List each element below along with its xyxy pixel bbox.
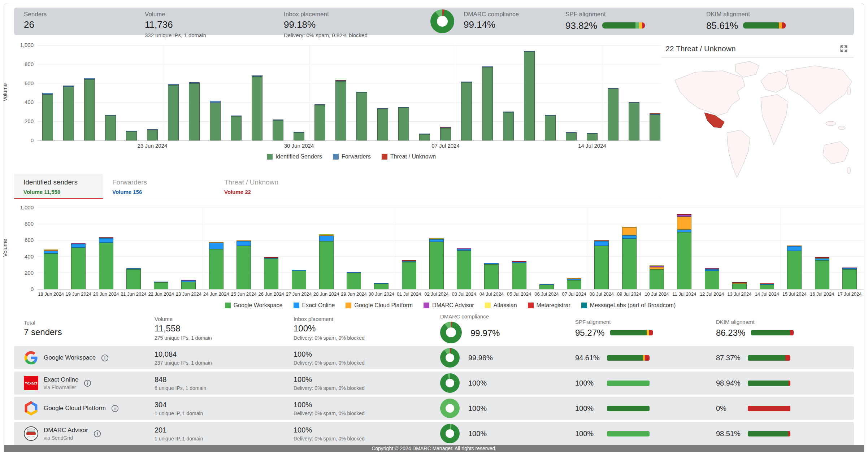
- row-dmarc-donut: [440, 348, 460, 368]
- table-row[interactable]: Google Workspace 10,084 237 unique IPs, …: [14, 346, 854, 369]
- tab-forwarders[interactable]: Forwarders Volume 156: [103, 174, 192, 199]
- legend-swatch-icon: [346, 303, 351, 308]
- stacked-bar: [99, 237, 113, 289]
- map-south-america: [727, 130, 750, 178]
- y-axis-tick: 800: [8, 221, 34, 227]
- stacked-bar: [842, 268, 857, 289]
- stacked-bar: [677, 214, 691, 289]
- dmarc-advisor-logo-icon: [24, 426, 38, 441]
- header-inbox-value: 100%: [294, 323, 440, 334]
- stacked-bar: [294, 132, 304, 140]
- stacked-bar: [484, 263, 499, 289]
- map-mexico-highlight: [704, 113, 724, 128]
- stat-inbox-value: 99.18%: [284, 19, 430, 30]
- sender-name: Google Cloud Platform: [44, 405, 106, 412]
- stacked-bar: [147, 129, 158, 140]
- stacked-bar: [44, 249, 58, 289]
- row-volume: 848: [155, 375, 294, 384]
- x-axis-tick: 30 Jun 2024: [277, 143, 321, 149]
- stacked-bar: [63, 86, 74, 140]
- table-row[interactable]: Google Cloud Platform 304 1 unique IP, 1…: [14, 397, 854, 420]
- row-inbox-sub: Delivery: 0% spam, 0% blocked: [294, 360, 440, 366]
- stat-dkim-bar: [743, 22, 786, 29]
- map-philippines: [838, 126, 845, 130]
- sender-name: Exact Online: [44, 376, 78, 383]
- table-row[interactable]: DMARC Advisor via SendGrid 201 1 unique …: [14, 422, 854, 445]
- stacked-bar: [236, 240, 251, 289]
- stacked-bar: [347, 272, 361, 289]
- table-header-row: Total 7 senders Volume 11,558 275 unique…: [14, 313, 854, 343]
- tab-identified-senders[interactable]: Identified senders Volume 11,558: [14, 174, 103, 199]
- tab-threat-unknown[interactable]: Threat / Unknown Volume 22: [215, 174, 304, 199]
- table-row[interactable]: ≡exact Exact Online via Flowmailer 848 6…: [14, 371, 854, 395]
- row-dkim-bar: [748, 431, 790, 436]
- google-workspace-logo-icon: [24, 351, 38, 365]
- legend-swatch-icon: [485, 303, 491, 308]
- volume-overview-chart: 02004006008001,000Volume23 Jun 202430 Ju…: [37, 45, 665, 160]
- row-volume: 304: [155, 401, 294, 409]
- row-dmarc-value: 100%: [468, 404, 494, 413]
- stat-dkim-alignment: DKIM alignment 85.61%: [706, 8, 854, 35]
- row-inbox-sub: Delivery: 0% spam, 0% blocked: [294, 436, 440, 442]
- senders-table: Total 7 senders Volume 11,558 275 unique…: [14, 313, 854, 447]
- exact-online-logo-icon: ≡exact: [24, 376, 38, 390]
- y-axis-tick: 200: [8, 118, 34, 124]
- info-icon[interactable]: [101, 354, 109, 362]
- threat-unknown-panel: 22 Threat / Unknown: [661, 41, 854, 194]
- stacked-bar: [154, 282, 168, 289]
- row-volume-sub: 1 unique IP, 1 domain: [155, 410, 294, 416]
- info-icon[interactable]: [84, 379, 91, 387]
- stacked-bar: [335, 80, 346, 140]
- y-axis-tick: 400: [8, 253, 34, 260]
- stat-senders: Senders 26: [14, 8, 145, 35]
- stacked-bar: [512, 261, 526, 289]
- row-dmarc-donut: [440, 373, 460, 393]
- stat-inbox-label: Inbox placement: [284, 11, 430, 18]
- stacked-bar: [787, 245, 802, 289]
- y-axis-title: Volume: [2, 83, 8, 101]
- threat-panel-title: 22 Threat / Unknown: [665, 44, 736, 53]
- tab-threat-label: Threat / Unknown: [224, 178, 294, 186]
- header-volume-value: 11,558: [155, 323, 294, 334]
- stacked-bar: [732, 282, 747, 289]
- row-dkim-value: 98.94%: [716, 379, 742, 387]
- y-axis-tick: 200: [8, 270, 34, 276]
- stacked-bar: [319, 234, 334, 289]
- info-icon[interactable]: [111, 405, 119, 412]
- info-icon[interactable]: [94, 430, 101, 438]
- stat-spf-bar: [602, 22, 645, 29]
- y-axis-tick: 800: [8, 61, 34, 67]
- row-spf-value: 100%: [575, 379, 601, 387]
- row-volume: 201: [155, 426, 294, 434]
- stat-spf-label: SPF alignment: [565, 11, 706, 18]
- header-spf-bar: [610, 330, 653, 335]
- legend-item: Forwarders: [333, 153, 371, 160]
- dashboard-card: Senders 26 Volume 11,736 332 unique IPs,…: [4, 3, 864, 452]
- header-total-label: Total: [24, 320, 155, 326]
- row-spf-bar: [607, 381, 650, 386]
- sender-category-tabs: Identified senders Volume 11,558 Forward…: [14, 174, 660, 199]
- stat-dkim-value: 85.61%: [706, 20, 738, 31]
- legend-item: Metaregistrar: [528, 302, 570, 309]
- header-dmarc-donut: [440, 322, 462, 343]
- tab-identified-volume: Volume 11,558: [23, 189, 94, 195]
- x-axis-tick: 07 Jul 2024: [424, 143, 467, 149]
- row-volume-sub: 6 unique IPs, 1 domain: [155, 385, 294, 391]
- tab-identified-label: Identified senders: [23, 178, 94, 186]
- stacked-bar: [457, 248, 471, 289]
- stacked-bar: [273, 119, 283, 140]
- y-axis-tick: 0: [8, 137, 34, 143]
- row-volume-sub: 1 unique IP, 1 domain: [155, 436, 294, 442]
- tab-forwarders-volume: Volume 156: [112, 189, 182, 195]
- legend-swatch-icon: [528, 303, 534, 308]
- stacked-bar: [482, 66, 493, 140]
- row-dmarc-value: 99.98%: [468, 354, 494, 362]
- stacked-bar: [356, 92, 367, 140]
- stacked-bar: [314, 104, 325, 140]
- expand-icon[interactable]: [839, 44, 848, 53]
- stat-dkim-label: DKIM alignment: [706, 11, 854, 18]
- stacked-bar: [608, 88, 619, 140]
- stacked-bar: [168, 84, 179, 140]
- stacked-bar: [210, 101, 221, 140]
- row-volume: 10,084: [155, 350, 294, 358]
